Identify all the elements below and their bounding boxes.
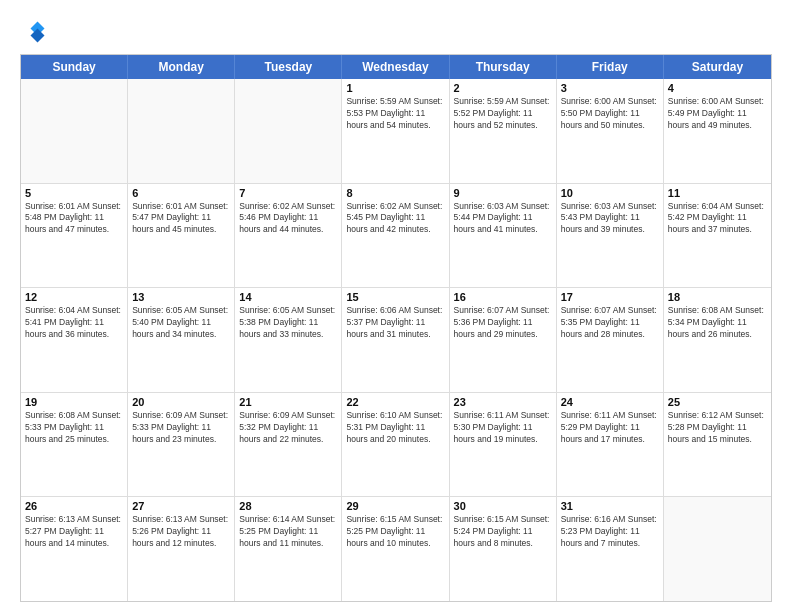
calendar-cell: 2Sunrise: 5:59 AM Sunset: 5:52 PM Daylig… [450, 79, 557, 183]
day-number: 20 [132, 396, 230, 408]
calendar-cell: 6Sunrise: 6:01 AM Sunset: 5:47 PM Daylig… [128, 184, 235, 288]
day-number: 27 [132, 500, 230, 512]
day-number: 29 [346, 500, 444, 512]
day-number: 17 [561, 291, 659, 303]
day-info: Sunrise: 6:14 AM Sunset: 5:25 PM Dayligh… [239, 514, 337, 550]
day-number: 6 [132, 187, 230, 199]
calendar-row: 26Sunrise: 6:13 AM Sunset: 5:27 PM Dayli… [21, 497, 771, 601]
calendar-cell: 20Sunrise: 6:09 AM Sunset: 5:33 PM Dayli… [128, 393, 235, 497]
calendar-cell: 16Sunrise: 6:07 AM Sunset: 5:36 PM Dayli… [450, 288, 557, 392]
day-info: Sunrise: 6:09 AM Sunset: 5:33 PM Dayligh… [132, 410, 230, 446]
day-number: 31 [561, 500, 659, 512]
calendar-cell: 24Sunrise: 6:11 AM Sunset: 5:29 PM Dayli… [557, 393, 664, 497]
day-info: Sunrise: 6:00 AM Sunset: 5:49 PM Dayligh… [668, 96, 767, 132]
page: SundayMondayTuesdayWednesdayThursdayFrid… [0, 0, 792, 612]
calendar-cell: 31Sunrise: 6:16 AM Sunset: 5:23 PM Dayli… [557, 497, 664, 601]
calendar: SundayMondayTuesdayWednesdayThursdayFrid… [20, 54, 772, 602]
day-info: Sunrise: 6:03 AM Sunset: 5:44 PM Dayligh… [454, 201, 552, 237]
calendar-cell: 9Sunrise: 6:03 AM Sunset: 5:44 PM Daylig… [450, 184, 557, 288]
day-number: 21 [239, 396, 337, 408]
day-info: Sunrise: 6:10 AM Sunset: 5:31 PM Dayligh… [346, 410, 444, 446]
day-number: 26 [25, 500, 123, 512]
weekday-header: Saturday [664, 55, 771, 79]
day-number: 12 [25, 291, 123, 303]
calendar-row: 1Sunrise: 5:59 AM Sunset: 5:53 PM Daylig… [21, 79, 771, 184]
day-info: Sunrise: 6:01 AM Sunset: 5:47 PM Dayligh… [132, 201, 230, 237]
weekday-header: Wednesday [342, 55, 449, 79]
day-number: 9 [454, 187, 552, 199]
calendar-cell: 15Sunrise: 6:06 AM Sunset: 5:37 PM Dayli… [342, 288, 449, 392]
day-info: Sunrise: 6:11 AM Sunset: 5:30 PM Dayligh… [454, 410, 552, 446]
calendar-cell: 3Sunrise: 6:00 AM Sunset: 5:50 PM Daylig… [557, 79, 664, 183]
calendar-cell: 30Sunrise: 6:15 AM Sunset: 5:24 PM Dayli… [450, 497, 557, 601]
day-info: Sunrise: 6:13 AM Sunset: 5:27 PM Dayligh… [25, 514, 123, 550]
calendar-cell: 22Sunrise: 6:10 AM Sunset: 5:31 PM Dayli… [342, 393, 449, 497]
day-number: 23 [454, 396, 552, 408]
day-info: Sunrise: 6:06 AM Sunset: 5:37 PM Dayligh… [346, 305, 444, 341]
header [20, 18, 772, 46]
calendar-cell: 1Sunrise: 5:59 AM Sunset: 5:53 PM Daylig… [342, 79, 449, 183]
calendar-cell: 27Sunrise: 6:13 AM Sunset: 5:26 PM Dayli… [128, 497, 235, 601]
weekday-header: Sunday [21, 55, 128, 79]
day-info: Sunrise: 5:59 AM Sunset: 5:52 PM Dayligh… [454, 96, 552, 132]
day-info: Sunrise: 6:02 AM Sunset: 5:46 PM Dayligh… [239, 201, 337, 237]
svg-marker-2 [31, 29, 45, 43]
calendar-cell [128, 79, 235, 183]
day-number: 14 [239, 291, 337, 303]
day-number: 11 [668, 187, 767, 199]
day-number: 2 [454, 82, 552, 94]
calendar-cell [235, 79, 342, 183]
day-number: 4 [668, 82, 767, 94]
weekday-header: Tuesday [235, 55, 342, 79]
calendar-cell: 12Sunrise: 6:04 AM Sunset: 5:41 PM Dayli… [21, 288, 128, 392]
day-info: Sunrise: 5:59 AM Sunset: 5:53 PM Dayligh… [346, 96, 444, 132]
day-info: Sunrise: 6:15 AM Sunset: 5:25 PM Dayligh… [346, 514, 444, 550]
calendar-cell: 23Sunrise: 6:11 AM Sunset: 5:30 PM Dayli… [450, 393, 557, 497]
day-number: 16 [454, 291, 552, 303]
calendar-body: 1Sunrise: 5:59 AM Sunset: 5:53 PM Daylig… [21, 79, 771, 601]
day-info: Sunrise: 6:01 AM Sunset: 5:48 PM Dayligh… [25, 201, 123, 237]
calendar-row: 12Sunrise: 6:04 AM Sunset: 5:41 PM Dayli… [21, 288, 771, 393]
day-number: 7 [239, 187, 337, 199]
day-number: 22 [346, 396, 444, 408]
calendar-cell: 14Sunrise: 6:05 AM Sunset: 5:38 PM Dayli… [235, 288, 342, 392]
weekday-header: Thursday [450, 55, 557, 79]
calendar-cell: 26Sunrise: 6:13 AM Sunset: 5:27 PM Dayli… [21, 497, 128, 601]
calendar-cell: 18Sunrise: 6:08 AM Sunset: 5:34 PM Dayli… [664, 288, 771, 392]
calendar-cell: 11Sunrise: 6:04 AM Sunset: 5:42 PM Dayli… [664, 184, 771, 288]
calendar-cell: 25Sunrise: 6:12 AM Sunset: 5:28 PM Dayli… [664, 393, 771, 497]
day-number: 18 [668, 291, 767, 303]
day-info: Sunrise: 6:04 AM Sunset: 5:42 PM Dayligh… [668, 201, 767, 237]
day-info: Sunrise: 6:07 AM Sunset: 5:36 PM Dayligh… [454, 305, 552, 341]
day-number: 30 [454, 500, 552, 512]
day-number: 19 [25, 396, 123, 408]
day-info: Sunrise: 6:09 AM Sunset: 5:32 PM Dayligh… [239, 410, 337, 446]
day-info: Sunrise: 6:07 AM Sunset: 5:35 PM Dayligh… [561, 305, 659, 341]
calendar-cell: 10Sunrise: 6:03 AM Sunset: 5:43 PM Dayli… [557, 184, 664, 288]
day-number: 28 [239, 500, 337, 512]
day-number: 5 [25, 187, 123, 199]
calendar-cell [664, 497, 771, 601]
day-info: Sunrise: 6:03 AM Sunset: 5:43 PM Dayligh… [561, 201, 659, 237]
calendar-row: 19Sunrise: 6:08 AM Sunset: 5:33 PM Dayli… [21, 393, 771, 498]
logo-icon [20, 18, 48, 46]
day-info: Sunrise: 6:05 AM Sunset: 5:40 PM Dayligh… [132, 305, 230, 341]
calendar-cell: 21Sunrise: 6:09 AM Sunset: 5:32 PM Dayli… [235, 393, 342, 497]
day-number: 25 [668, 396, 767, 408]
day-number: 1 [346, 82, 444, 94]
day-info: Sunrise: 6:15 AM Sunset: 5:24 PM Dayligh… [454, 514, 552, 550]
day-info: Sunrise: 6:05 AM Sunset: 5:38 PM Dayligh… [239, 305, 337, 341]
day-number: 13 [132, 291, 230, 303]
day-info: Sunrise: 6:13 AM Sunset: 5:26 PM Dayligh… [132, 514, 230, 550]
day-info: Sunrise: 6:00 AM Sunset: 5:50 PM Dayligh… [561, 96, 659, 132]
calendar-header: SundayMondayTuesdayWednesdayThursdayFrid… [21, 55, 771, 79]
day-info: Sunrise: 6:04 AM Sunset: 5:41 PM Dayligh… [25, 305, 123, 341]
calendar-cell: 8Sunrise: 6:02 AM Sunset: 5:45 PM Daylig… [342, 184, 449, 288]
calendar-row: 5Sunrise: 6:01 AM Sunset: 5:48 PM Daylig… [21, 184, 771, 289]
day-info: Sunrise: 6:08 AM Sunset: 5:34 PM Dayligh… [668, 305, 767, 341]
day-number: 10 [561, 187, 659, 199]
day-number: 15 [346, 291, 444, 303]
day-number: 8 [346, 187, 444, 199]
day-number: 24 [561, 396, 659, 408]
calendar-cell: 29Sunrise: 6:15 AM Sunset: 5:25 PM Dayli… [342, 497, 449, 601]
